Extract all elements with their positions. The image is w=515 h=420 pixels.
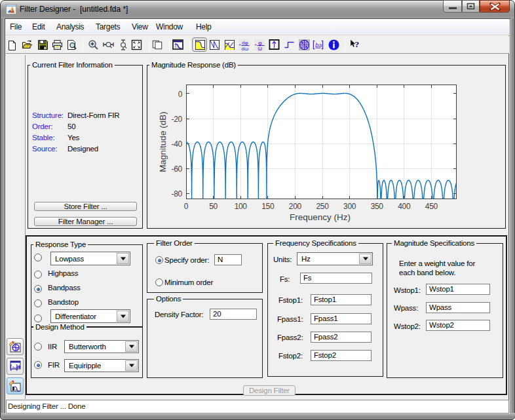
svg-text:dω: dω xyxy=(242,46,249,50)
svg-text:ba: ba xyxy=(12,365,18,371)
svg-text:?: ? xyxy=(354,39,359,49)
svg-text:dφ: dφ xyxy=(242,40,248,46)
svg-text:ω: ω xyxy=(258,45,262,50)
svg-text:ba: ba xyxy=(315,42,322,48)
